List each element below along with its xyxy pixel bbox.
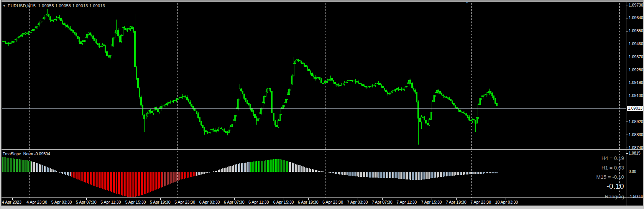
indicator-tick-label: 0.00 bbox=[629, 170, 636, 174]
price-tick-label: 1.09370 bbox=[629, 54, 643, 59]
indicator-tick-label: -1.50038 bbox=[629, 194, 644, 199]
time-tick-label: 6 Apr 23:30 bbox=[322, 200, 343, 204]
time-tick-label: 7 Apr 07:30 bbox=[372, 200, 393, 204]
time-tick-label: 6 Apr 07:30 bbox=[224, 200, 245, 204]
time-tick-label: 5 Apr 11:30 bbox=[100, 200, 121, 204]
time-tick-label: 6 Apr 03:30 bbox=[199, 200, 220, 204]
splitter-shadow bbox=[0, 150, 644, 150]
tma-m15-value: M15 = -0.10 bbox=[524, 174, 624, 180]
time-tick-label: 7 Apr 15:30 bbox=[421, 200, 442, 204]
time-tick-label: 7 Apr 11:30 bbox=[396, 200, 417, 204]
time-tick-label: 5 Apr 03:30 bbox=[51, 200, 72, 204]
time-tick-label: 5 Apr 07:30 bbox=[76, 200, 97, 204]
tma-h1-value: H1 = 0.03 bbox=[524, 165, 624, 171]
price-tick-label: 1.09550 bbox=[629, 28, 643, 33]
indicator-title: TmaSlope_Norm -0.09504 bbox=[3, 151, 50, 156]
chart-dropdown-icon: ▼ bbox=[3, 4, 6, 8]
time-tick-label: 6 Apr 11:30 bbox=[248, 200, 269, 204]
mt4-chart-window: ▼EURUSD,M15 1.09055 1.09058 1.09013 1.09… bbox=[0, 0, 644, 209]
window-top-edge bbox=[0, 0, 644, 2]
axis-divider bbox=[626, 2, 626, 206]
tma-slope-histogram bbox=[2, 157, 498, 197]
indicator-name-label: TmaSlope_Norm bbox=[3, 151, 33, 156]
symbol-timeframe-label: EURUSD,M15 bbox=[8, 3, 36, 8]
time-tick-label: 5 Apr 15:30 bbox=[125, 200, 146, 204]
time-tick-label: 7 Apr 19:30 bbox=[446, 200, 467, 204]
indicator-bottom-border bbox=[0, 197, 644, 198]
tma-state-label: Ranging bbox=[524, 194, 624, 199]
price-tick-label: 1.09190 bbox=[629, 80, 643, 85]
ohlc-values: 1.09055 1.09058 1.09013 1.09013 bbox=[38, 3, 105, 8]
chart-title: ▼EURUSD,M15 1.09055 1.09058 1.09013 1.09… bbox=[3, 3, 105, 8]
window-left-edge bbox=[0, 0, 2, 209]
price-tick-label: 1.08920 bbox=[629, 119, 643, 124]
tma-h4-value: H4 = 0.19 bbox=[524, 155, 624, 161]
window-bottom-edge bbox=[0, 206, 644, 209]
time-tick-label: 10 Apr 03:30 bbox=[495, 200, 518, 204]
price-tick-label: 1.09100 bbox=[629, 93, 643, 98]
time-tick-label: 6 Apr 15:30 bbox=[273, 200, 294, 204]
candlestick-series bbox=[2, 9, 498, 145]
time-tick-label: 4 Apr 23:30 bbox=[26, 200, 47, 204]
price-tick-label: 1.09460 bbox=[629, 41, 643, 46]
time-tick-label: 5 Apr 19:30 bbox=[150, 200, 171, 204]
time-tick-label: 5 Apr 23:30 bbox=[174, 200, 195, 204]
price-tick-label: 1.08830 bbox=[629, 132, 643, 137]
current-price-badge: 1.09013 bbox=[627, 106, 644, 111]
time-tick-label: 4 Apr 2023 bbox=[2, 200, 21, 204]
price-tick-label: 1.09640 bbox=[629, 15, 643, 20]
price-tick-label: 1.09280 bbox=[629, 67, 643, 72]
time-tick-label: 7 Apr 23:30 bbox=[470, 200, 491, 204]
price-tick-label: 1.09730 bbox=[629, 3, 643, 8]
time-tick-label: 6 Apr 19:30 bbox=[298, 200, 319, 204]
indicator-tick-label: 1.0815 bbox=[629, 151, 641, 156]
tma-current-value: -0.10 bbox=[524, 182, 624, 191]
time-tick-label: 7 Apr 03:30 bbox=[347, 200, 368, 204]
indicator-value-label: -0.09504 bbox=[34, 151, 50, 156]
